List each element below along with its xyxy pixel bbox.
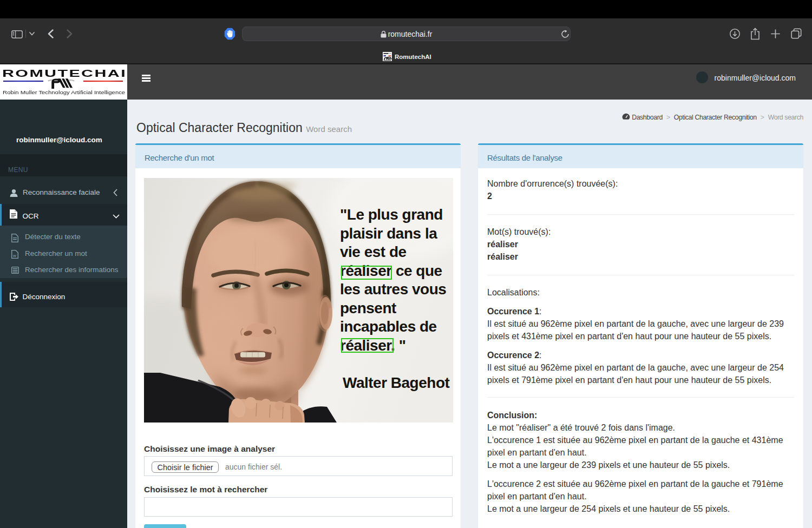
svg-text:w: w [12,253,16,258]
